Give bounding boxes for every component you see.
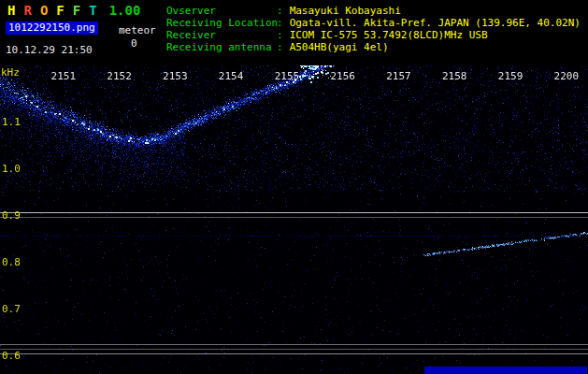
info-separator: : [277,17,283,29]
info-value: A504HB(yagi 4el) [290,41,389,53]
app-title-letter: T [89,3,96,18]
frequency-axis-unit: kHz [1,66,20,79]
time-tick-label: 2158 [442,70,467,82]
info-value: ICOM IC-575 53.7492(8LCD)MHz USB [290,29,488,41]
clock-timestamp: 10.12.29 21:50 [6,44,93,56]
info-separator: : [277,5,283,17]
info-label: Ovserver [166,5,277,17]
info-row: Receiver:ICOM IC-575 53.7492(8LCD)MHz US… [166,29,581,41]
time-tick-label: 2154 [219,70,244,82]
time-tick-label: 2200 [554,70,580,82]
app-title-letter: F [56,3,64,18]
info-row: Receiving Location:Ogata-vill. Akita-Pre… [166,17,581,29]
meteor-counter-label: meteor [119,24,156,36]
time-tick-label: 2156 [330,70,355,82]
time-tick-label: 2152 [107,70,132,82]
time-tick-label: 2153 [163,70,188,82]
app-title-letter: H [7,3,15,18]
info-value: Masayuki Kobayashi [290,5,401,17]
app-title-letter: R [23,3,31,18]
meteor-counter-value: 0 [131,37,137,50]
app-version: 1.00 [109,3,141,18]
info-table: Ovserver:Masayuki KobayashiReceiving Loc… [166,5,581,53]
hrofft-screen: H R O F F T 1.00 1012292150.png meteor 0… [0,0,588,374]
app-title-letter: O [40,3,48,18]
frequency-tick-label: 1.1 [2,116,21,128]
time-tick-label: 2157 [386,70,411,82]
frequency-tick-label: 0.8 [2,256,21,268]
info-separator: : [277,41,283,53]
time-tick-label: 2155 [275,70,300,82]
output-filename: 1012292150.png [6,22,98,35]
spectrogram-canvas [0,65,588,374]
time-tick-label: 2159 [498,70,523,82]
frequency-tick-label: 0.6 [2,350,21,362]
info-row: Ovserver:Masayuki Kobayashi [166,5,581,17]
app-title: H R O F F T 1.00 [7,3,140,18]
frequency-tick-label: 0.9 [2,209,21,222]
time-tick-label: 2151 [51,70,77,82]
frequency-tick-label: 0.7 [2,303,21,315]
info-label: Receiving antenna [166,41,277,53]
frequency-tick-label: 1.0 [2,163,21,175]
info-row: Receiving antenna:A504HB(yagi 4el) [166,41,581,53]
app-title-letter: F [73,3,80,18]
info-label: Receiving Location [166,17,277,29]
info-value: Ogata-vill. Akita-Pref. JAPAN (139.96E, … [290,17,581,29]
info-separator: : [277,29,283,41]
info-label: Receiver [166,29,277,41]
